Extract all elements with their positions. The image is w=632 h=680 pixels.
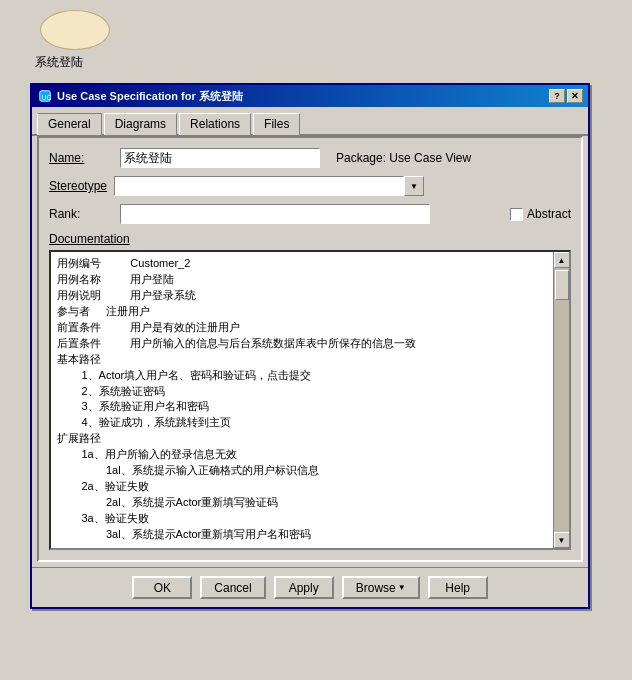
stereotype-row: Stereotype ▼: [49, 176, 571, 196]
vertical-scrollbar: ▲ ▼: [553, 252, 569, 548]
tab-relations[interactable]: Relations: [179, 113, 251, 135]
abstract-area: Abstract: [510, 207, 571, 221]
package-label: Package: Use Case View: [336, 151, 471, 165]
apply-button[interactable]: Apply: [274, 576, 334, 599]
rank-label: Rank:: [49, 207, 114, 221]
ok-button[interactable]: OK: [132, 576, 192, 599]
window-title: Use Case Specification for 系统登陆: [57, 89, 243, 104]
content-area: Name: Package: Use Case View Stereotype …: [37, 136, 583, 562]
title-bar-buttons: ? ✕: [549, 89, 583, 103]
title-bar: UC Use Case Specification for 系统登陆 ? ✕: [32, 85, 588, 107]
use-case-label: 系统登陆: [35, 54, 83, 71]
browse-button[interactable]: Browse ▼: [342, 576, 420, 599]
rank-row: Rank: Abstract: [49, 204, 571, 224]
documentation-section: Documentation 用例编号 Customer_2 用例名称 用户登陆 …: [49, 232, 571, 550]
stereotype-dropdown-btn[interactable]: ▼: [404, 176, 424, 196]
tab-bar: General Diagrams Relations Files: [32, 107, 588, 136]
scroll-up-btn[interactable]: ▲: [554, 252, 570, 268]
tab-general[interactable]: General: [37, 113, 102, 135]
help-title-button[interactable]: ?: [549, 89, 565, 103]
tab-files[interactable]: Files: [253, 113, 300, 135]
use-case-shape: [40, 10, 110, 50]
rank-input[interactable]: [120, 204, 430, 224]
button-bar: OK Cancel Apply Browse ▼ Help: [32, 567, 588, 607]
svg-text:UC: UC: [42, 94, 52, 101]
desktop: 系统登陆 UC Use Case Specification for 系统登陆 …: [0, 0, 632, 609]
name-label: Name:: [49, 151, 114, 165]
title-bar-left: UC Use Case Specification for 系统登陆: [37, 88, 243, 104]
scroll-thumb[interactable]: [555, 270, 569, 300]
scroll-down-btn[interactable]: ▼: [554, 532, 570, 548]
browse-arrow-icon: ▼: [398, 583, 406, 592]
help-button[interactable]: Help: [428, 576, 488, 599]
stereotype-label: Stereotype: [49, 179, 114, 193]
close-title-button[interactable]: ✕: [567, 89, 583, 103]
documentation-area: 用例编号 Customer_2 用例名称 用户登陆 用例说明 用户登录系统 参与…: [49, 250, 571, 550]
name-row: Name: Package: Use Case View: [49, 148, 571, 168]
window-icon: UC: [37, 88, 53, 104]
scroll-track[interactable]: [554, 268, 569, 532]
cancel-button[interactable]: Cancel: [200, 576, 265, 599]
abstract-checkbox[interactable]: [510, 208, 523, 221]
documentation-text[interactable]: 用例编号 Customer_2 用例名称 用户登陆 用例说明 用户登录系统 参与…: [51, 252, 553, 548]
tab-diagrams[interactable]: Diagrams: [104, 113, 177, 135]
name-input[interactable]: [120, 148, 320, 168]
dialog-window: UC Use Case Specification for 系统登陆 ? ✕ G…: [30, 83, 590, 609]
documentation-label: Documentation: [49, 232, 571, 246]
abstract-label: Abstract: [527, 207, 571, 221]
stereotype-input[interactable]: [114, 176, 404, 196]
